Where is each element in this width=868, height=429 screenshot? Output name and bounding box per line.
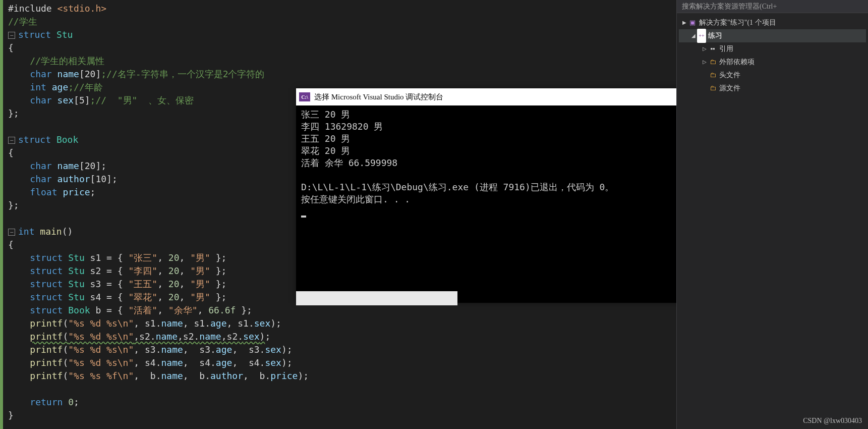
- keyword: struct: [30, 292, 63, 302]
- var: author: [210, 370, 243, 381]
- csdn-watermark: CSDN @lxw030403: [803, 417, 862, 425]
- punc: };: [210, 265, 227, 276]
- type-name: Book: [68, 305, 90, 315]
- headers-label: 头文件: [719, 69, 740, 82]
- num: 0: [68, 397, 74, 407]
- punc: ,: [198, 305, 209, 315]
- expand-icon[interactable]: ▷: [701, 56, 708, 69]
- punc: , s1.: [183, 318, 210, 329]
- var: price: [270, 370, 298, 381]
- punc: ,s2.: [134, 331, 155, 342]
- str: "%s %d %s\n": [68, 344, 134, 355]
- var: age: [52, 82, 69, 92]
- punc: ,: [180, 292, 191, 302]
- punc: ,: [180, 265, 191, 276]
- var: age: [216, 357, 233, 368]
- console-cursor: [301, 216, 306, 218]
- solution-explorer-panel[interactable]: 搜索解决方案资源管理器(Ctrl+ ▶ ▣ 解决方案"练习"(1 个项目 ◢ +…: [676, 0, 868, 429]
- folder-icon: 🗀: [708, 56, 717, 69]
- punc: ;: [74, 397, 79, 407]
- var: sex: [265, 357, 281, 368]
- fold-icon[interactable]: −: [8, 137, 15, 144]
- console-line: 活着 余华 66.599998: [301, 157, 397, 168]
- punc: , b.: [183, 370, 210, 381]
- keyword: float: [30, 187, 57, 197]
- comment-text: ;//年龄: [68, 82, 103, 92]
- num: 20: [168, 292, 180, 302]
- type-name: Book: [56, 134, 78, 145]
- keyword: char: [30, 174, 51, 184]
- keyword: char: [30, 160, 51, 171]
- external-deps-node[interactable]: ▷ 🗀 外部依赖项: [679, 56, 866, 69]
- var: author: [57, 174, 90, 184]
- punc: , b.: [243, 370, 270, 381]
- punc: = {: [101, 292, 128, 302]
- fn-name: printf: [30, 370, 63, 381]
- type-name: Stu: [68, 292, 85, 302]
- console-line: 翠花 20 男: [301, 145, 350, 156]
- punc: [5]: [74, 95, 90, 105]
- punc: ,: [180, 279, 191, 289]
- project-label: 练习: [708, 29, 722, 42]
- type-name: Stu: [68, 265, 85, 276]
- console-line: 李四 13629820 男: [301, 121, 383, 132]
- fold-icon[interactable]: −: [8, 32, 15, 39]
- str: "男": [190, 252, 210, 263]
- brace: {: [8, 42, 14, 53]
- punc: ,: [157, 292, 168, 302]
- str: "活着": [128, 305, 157, 315]
- num: 66.6f: [208, 305, 236, 315]
- punc: [10];: [90, 174, 118, 184]
- str: "男": [190, 265, 210, 276]
- punc: = {: [101, 265, 128, 276]
- str: "翠花": [128, 292, 157, 302]
- brace: {: [8, 239, 14, 250]
- folder-icon: 🗀: [708, 69, 717, 82]
- punc: , s4.: [134, 357, 161, 368]
- brace: }: [8, 410, 14, 420]
- punc: , b.: [134, 370, 161, 381]
- solution-tree[interactable]: ▶ ▣ 解决方案"练习"(1 个项目 ◢ ++ 练习 ▷ ▪▪ 引用 ▷ 🗀 外…: [677, 13, 868, 98]
- fold-icon[interactable]: −: [8, 229, 15, 236]
- punc: ;: [90, 187, 96, 197]
- punc: ,s2.: [178, 331, 199, 342]
- str: "%s %d %s\n": [68, 318, 134, 329]
- punc: , s4.: [183, 357, 216, 368]
- punc: };: [236, 305, 252, 315]
- comment-text: //学生: [8, 16, 37, 27]
- punc: );: [270, 318, 281, 329]
- collapse-icon[interactable]: ◢: [690, 29, 697, 42]
- headers-node[interactable]: 🗀 头文件: [679, 69, 866, 82]
- expand-icon[interactable]: ▶: [681, 16, 688, 29]
- solution-search-input[interactable]: 搜索解决方案资源管理器(Ctrl+: [677, 0, 868, 13]
- source-node[interactable]: 🗀 源文件: [679, 82, 866, 95]
- var: name: [57, 69, 79, 79]
- project-node[interactable]: ◢ ++ 练习: [679, 29, 866, 42]
- var: name: [199, 331, 221, 342]
- punc: , s3.: [232, 344, 265, 355]
- references-node[interactable]: ▷ ▪▪ 引用: [679, 42, 866, 56]
- var: price: [63, 187, 90, 197]
- str: "%s %d %s\n": [68, 331, 134, 342]
- folder-icon: 🗀: [708, 82, 717, 95]
- var: name: [57, 160, 79, 171]
- var: sex: [254, 318, 271, 329]
- var: s3: [90, 279, 101, 289]
- punc: );: [298, 370, 309, 381]
- fn-name: printf: [30, 344, 63, 355]
- punc: (): [62, 226, 73, 237]
- references-label: 引用: [719, 42, 733, 56]
- punc: ,: [157, 252, 168, 263]
- var: s1: [90, 252, 101, 263]
- punc: );: [281, 357, 293, 368]
- punc: };: [210, 292, 227, 302]
- punc: [20]: [79, 69, 101, 79]
- solution-root-node[interactable]: ▶ ▣ 解决方案"练习"(1 个项目: [679, 16, 866, 29]
- type-name: Stu: [68, 252, 85, 263]
- code-text: <stdio.h>: [57, 3, 107, 14]
- var: name: [161, 370, 183, 381]
- console-line: 王五 20 男: [301, 133, 350, 144]
- keyword: struct: [30, 279, 63, 289]
- expand-icon[interactable]: ▷: [701, 42, 708, 56]
- source-label: 源文件: [719, 82, 740, 95]
